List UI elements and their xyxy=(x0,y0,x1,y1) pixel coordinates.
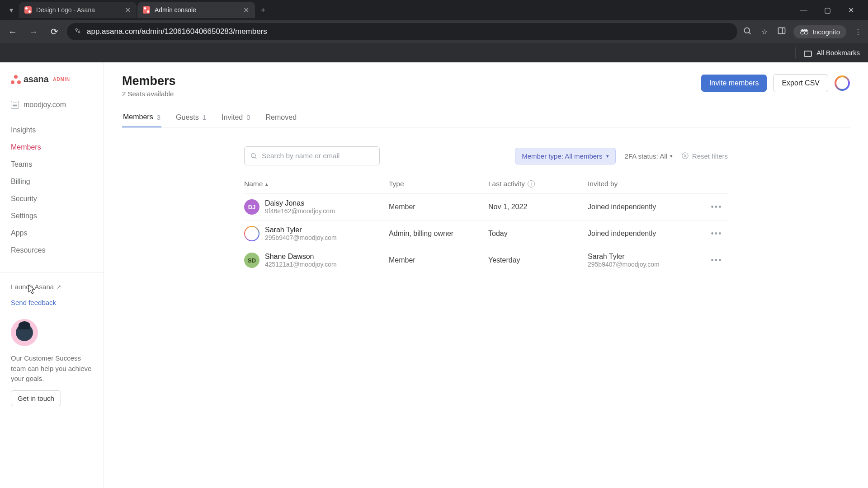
reset-filters-button[interactable]: ⓧ Reset filters xyxy=(682,152,728,160)
sidebar-item-security[interactable]: Security xyxy=(0,190,104,207)
folder-icon xyxy=(804,51,812,57)
user-email: 425121a1@moodjoy.com xyxy=(265,261,337,268)
last-activity: Yesterday xyxy=(488,256,588,264)
tab-invited[interactable]: Invited 0 xyxy=(221,108,251,127)
sort-asc-icon: ▴ xyxy=(265,181,268,187)
profile-avatar[interactable] xyxy=(835,75,850,91)
get-in-touch-button[interactable]: Get in touch xyxy=(11,390,61,406)
column-last-activity[interactable]: Last activity i xyxy=(488,180,588,188)
col-label: Name xyxy=(244,180,263,188)
building-icon xyxy=(11,101,19,109)
launch-asana-link[interactable]: Launch Asana ↗ xyxy=(0,278,104,295)
sidebar-item-insights[interactable]: Insights xyxy=(0,122,104,139)
row-actions-button[interactable]: ••• xyxy=(705,202,728,212)
invited-by: Joined independently xyxy=(588,230,705,238)
user-name: Sarah Tyler xyxy=(265,226,337,234)
tab-title: Design Logo - Asana xyxy=(36,6,119,14)
tab-removed[interactable]: Removed xyxy=(265,108,297,127)
browser-tab-1[interactable]: Design Logo - Asana ✕ xyxy=(19,2,137,18)
table-row[interactable]: DJ Daisy Jonas 9f46e162@moodjoy.com Memb… xyxy=(244,193,728,220)
incognito-label: Incognito xyxy=(812,28,840,36)
tab-guests[interactable]: Guests 1 xyxy=(175,108,207,127)
invited-by-email: 295b9407@moodjoy.com xyxy=(588,261,705,268)
invite-members-button[interactable]: Invite members xyxy=(701,75,767,92)
chrome-menu-icon[interactable]: ⋮ xyxy=(853,28,863,36)
svg-point-8 xyxy=(801,31,804,34)
close-icon[interactable]: ✕ xyxy=(124,6,131,14)
user-email: 9f46e162@moodjoy.com xyxy=(265,207,335,215)
forward-button[interactable]: → xyxy=(25,23,42,40)
org-selector[interactable]: moodjoy.com xyxy=(0,96,104,113)
col-label: Last activity xyxy=(488,180,525,188)
filter-label: Member type: All members xyxy=(522,152,602,160)
brand-admin: ADMIN xyxy=(53,77,70,82)
svg-point-3 xyxy=(78,31,80,33)
maximize-icon[interactable]: ▢ xyxy=(821,6,834,14)
invited-by: Joined independently xyxy=(588,203,705,211)
table-row[interactable]: SD Shane Dawson 425121a1@moodjoy.com Mem… xyxy=(244,247,728,273)
svg-rect-6 xyxy=(778,28,785,33)
bookmarks-divider xyxy=(795,47,796,58)
sidebar-item-settings[interactable]: Settings xyxy=(0,207,104,225)
asana-favicon xyxy=(143,6,150,14)
sidebar-item-resources[interactable]: Resources xyxy=(0,242,104,259)
seats-available: 2 Seats available xyxy=(122,90,176,98)
address-bar[interactable]: app.asana.com/admin/1206160406650283/mem… xyxy=(67,23,737,40)
search-input[interactable] xyxy=(262,152,374,160)
member-type-filter[interactable]: Member type: All members ▾ xyxy=(515,148,615,164)
close-icon[interactable]: ✕ xyxy=(242,6,250,14)
asana-admin-logo[interactable]: asana ADMIN xyxy=(0,74,104,96)
svg-point-0 xyxy=(75,28,77,30)
launch-label: Launch Asana xyxy=(11,283,54,291)
tab-label: Removed xyxy=(266,113,297,122)
tab-members[interactable]: Members 3 xyxy=(122,108,161,127)
incognito-indicator[interactable]: Incognito xyxy=(793,25,846,38)
table-row[interactable]: Sarah Tyler 295b9407@moodjoy.com Admin, … xyxy=(244,220,728,247)
sidebar-item-billing[interactable]: Billing xyxy=(0,173,104,190)
member-type: Member xyxy=(389,256,488,264)
close-window-icon[interactable]: ✕ xyxy=(844,6,857,14)
search-input-wrapper[interactable] xyxy=(244,146,380,165)
tab-search-dropdown[interactable]: ▾ xyxy=(4,2,19,18)
column-invited-by[interactable]: Invited by xyxy=(588,180,705,188)
reload-button[interactable]: ⟳ xyxy=(46,23,62,40)
column-type[interactable]: Type xyxy=(389,180,488,188)
all-bookmarks-button[interactable]: All Bookmarks xyxy=(816,49,860,56)
cs-avatar xyxy=(11,319,38,346)
row-actions-button[interactable]: ••• xyxy=(705,256,728,265)
bookmark-star-icon[interactable]: ☆ xyxy=(759,28,770,36)
user-avatar xyxy=(244,226,259,241)
cs-text: Our Customer Success team can help you a… xyxy=(11,353,93,384)
divider xyxy=(0,272,104,273)
site-info-icon[interactable] xyxy=(74,27,81,37)
filter-label: 2FA status: All xyxy=(625,152,667,160)
column-name[interactable]: Name ▴ xyxy=(244,180,389,188)
col-label: Type xyxy=(389,180,404,188)
url-text: app.asana.com/admin/1206160406650283/mem… xyxy=(87,27,267,36)
side-panel-icon[interactable] xyxy=(776,26,787,37)
sidebar-item-members[interactable]: Members xyxy=(0,139,104,156)
sidebar-item-teams[interactable]: Teams xyxy=(0,156,104,173)
svg-line-11 xyxy=(255,157,256,159)
search-icon[interactable] xyxy=(742,26,753,37)
export-csv-button[interactable]: Export CSV xyxy=(773,74,828,92)
user-name: Daisy Jonas xyxy=(265,199,335,207)
tab-count: 0 xyxy=(246,113,250,121)
asana-logo-icon xyxy=(11,75,21,84)
member-type: Admin, billing owner xyxy=(389,230,488,238)
info-icon[interactable]: i xyxy=(528,180,535,188)
new-tab-button[interactable]: ＋ xyxy=(256,3,270,17)
minimize-icon[interactable]: — xyxy=(797,6,810,14)
user-avatar: SD xyxy=(244,253,259,268)
chevron-down-icon: ▾ xyxy=(670,153,673,159)
browser-tab-2[interactable]: Admin console ✕ xyxy=(137,2,255,18)
external-link-icon: ↗ xyxy=(57,284,61,290)
sidebar-item-apps[interactable]: Apps xyxy=(0,225,104,242)
row-actions-button[interactable]: ••• xyxy=(705,229,728,239)
tab-label: Members xyxy=(123,113,153,121)
invited-by: Sarah Tyler xyxy=(588,253,705,261)
svg-point-10 xyxy=(251,154,255,158)
send-feedback-link[interactable]: Send feedback xyxy=(0,295,104,310)
twofa-filter[interactable]: 2FA status: All ▾ xyxy=(625,152,673,160)
back-button[interactable]: ← xyxy=(5,23,21,40)
